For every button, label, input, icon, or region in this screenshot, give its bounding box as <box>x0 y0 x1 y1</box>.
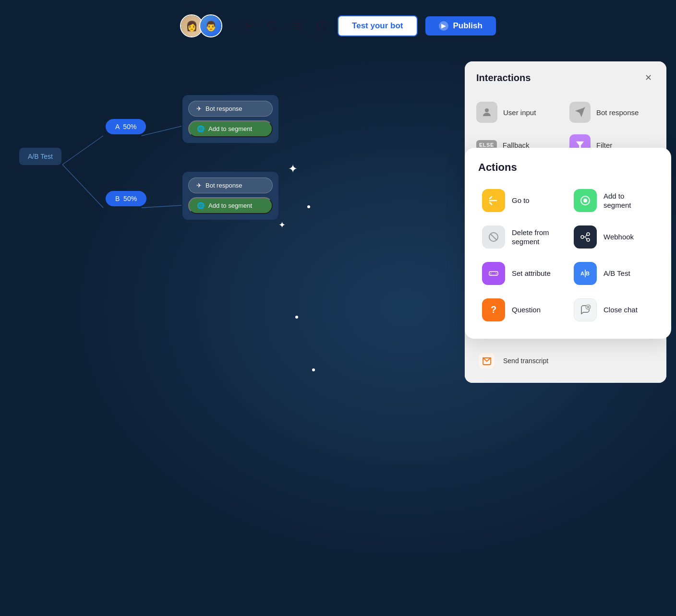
dot-1 <box>307 205 310 208</box>
svg-line-8 <box>142 205 181 208</box>
question-label: Question <box>512 305 541 315</box>
svg-line-6 <box>62 165 103 208</box>
action-goto[interactable]: Go to <box>478 183 566 218</box>
bot-response-btn-a[interactable]: ✈ Bot response <box>188 101 273 117</box>
send-transcript-item[interactable]: Send transcript <box>472 344 565 377</box>
delete-from-segment-icon <box>482 225 505 249</box>
bot-response-icon <box>569 102 591 123</box>
user-input-icon <box>476 102 497 123</box>
flow-card-a: ✈ Bot response 🌐 Add to segment <box>182 95 278 143</box>
bot-response-label: Bot response <box>596 108 639 117</box>
canvas: A/B Test A 50% B 50% ✈ Bot response 🌐 Ad… <box>0 52 676 616</box>
publish-label: Publish <box>453 21 483 31</box>
search-icon[interactable] <box>265 18 280 34</box>
publish-button[interactable]: ▶ Publish <box>425 16 496 36</box>
svg-text:{…}: {…} <box>490 272 497 276</box>
branch-a-node[interactable]: A 50% <box>106 119 146 134</box>
action-question[interactable]: ? Question <box>478 293 566 327</box>
goto-icon <box>482 189 505 212</box>
svg-point-22 <box>587 233 590 236</box>
avatar-group: 👩 👨 <box>180 14 222 37</box>
close-interactions-button[interactable]: ✕ <box>641 71 655 84</box>
test-your-bot-button[interactable]: Test your bot <box>338 15 417 36</box>
webhook-label: Webhook <box>604 232 634 242</box>
bot-response-label-b: Bot response <box>205 182 242 189</box>
interaction-bot-response[interactable]: Bot response <box>566 96 659 129</box>
flow-card-b: ✈ Bot response 🌐 Add to segment <box>182 172 278 220</box>
action-add-to-segment[interactable]: Add to segment <box>570 183 658 218</box>
delete-from-segment-label: Delete from segment <box>512 228 562 247</box>
add-segment-btn-a[interactable]: 🌐 Add to segment <box>188 120 273 137</box>
add-to-segment-icon <box>574 189 597 212</box>
topbar: 👩 👨 Test your bot ▶ Publish <box>0 0 676 52</box>
svg-point-1 <box>294 22 296 24</box>
interactions-header: Interactions ✕ <box>465 61 666 92</box>
ab-test-node[interactable]: A/B Test <box>19 148 61 165</box>
add-to-segment-label: Add to segment <box>604 191 654 210</box>
webhook-icon <box>574 225 597 249</box>
action-set-attribute[interactable]: {…} Set attribute <box>478 256 566 291</box>
publish-play-icon: ▶ <box>439 21 448 31</box>
svg-point-23 <box>587 238 590 241</box>
svg-point-21 <box>581 236 584 238</box>
set-attribute-icon: {…} <box>482 262 505 285</box>
add-segment-btn-b[interactable]: 🌐 Add to segment <box>188 197 273 214</box>
segment-icon-b: 🌐 <box>197 202 205 209</box>
svg-text:?: ? <box>491 304 496 315</box>
ab-test-label: A/B Test <box>604 269 630 278</box>
segment-icon-a: 🌐 <box>197 125 205 132</box>
bot-response-btn-b[interactable]: ✈ Bot response <box>188 178 273 193</box>
interactions-title: Interactions <box>476 72 531 83</box>
ab-test-icon: AB <box>574 262 597 285</box>
question-icon: ? <box>482 298 505 321</box>
add-segment-label-a: Add to segment <box>208 125 252 132</box>
actions-panel: Actions Go to Add to segment <box>465 148 671 339</box>
send-icon-b: ✈ <box>196 182 202 189</box>
svg-point-0 <box>268 22 276 29</box>
close-chat-icon <box>574 298 597 321</box>
sliders-icon[interactable] <box>290 18 305 34</box>
send-transcript-icon <box>476 350 497 371</box>
action-webhook[interactable]: Webhook <box>570 220 658 254</box>
toolbar-icons <box>240 18 330 34</box>
sparkle-2: ✦ <box>278 220 286 230</box>
svg-point-18 <box>583 199 587 202</box>
bot-response-label-a: Bot response <box>205 105 242 112</box>
branch-b-label: B 50% <box>115 195 137 202</box>
lightning-icon[interactable] <box>240 18 255 34</box>
action-delete-from-segment[interactable]: Delete from segment <box>478 220 566 254</box>
branch-a-label: A 50% <box>115 123 136 130</box>
avatar-2: 👨 <box>199 14 222 37</box>
svg-line-7 <box>142 126 181 136</box>
dot-2 <box>295 316 298 319</box>
set-attribute-label: Set attribute <box>512 269 551 278</box>
dot-3 <box>312 368 315 371</box>
svg-text:A: A <box>580 271 584 276</box>
user-input-label: User input <box>503 108 536 117</box>
svg-text:B: B <box>586 271 590 276</box>
goto-label: Go to <box>512 196 530 205</box>
sparkle-1: ✦ <box>288 162 298 176</box>
actions-title: Actions <box>478 161 658 174</box>
svg-point-2 <box>298 25 300 27</box>
svg-line-5 <box>62 136 103 165</box>
close-chat-label: Close chat <box>604 305 638 315</box>
send-icon-a: ✈ <box>196 105 202 112</box>
svg-point-3 <box>295 28 297 30</box>
actions-grid: Go to Add to segment Delete from segment <box>478 183 658 327</box>
add-segment-label-b: Add to segment <box>208 202 252 209</box>
interaction-user-input[interactable]: User input <box>472 96 566 129</box>
ab-test-label: A/B Test <box>28 153 53 160</box>
action-close-chat[interactable]: Close chat <box>570 293 658 327</box>
send-transcript-label: Send transcript <box>503 357 548 365</box>
svg-point-9 <box>485 108 489 112</box>
svg-marker-11 <box>575 107 585 117</box>
clock-icon[interactable] <box>314 18 330 34</box>
svg-line-20 <box>491 234 496 240</box>
action-ab-test[interactable]: AB A/B Test <box>570 256 658 291</box>
branch-b-node[interactable]: B 50% <box>106 191 146 206</box>
